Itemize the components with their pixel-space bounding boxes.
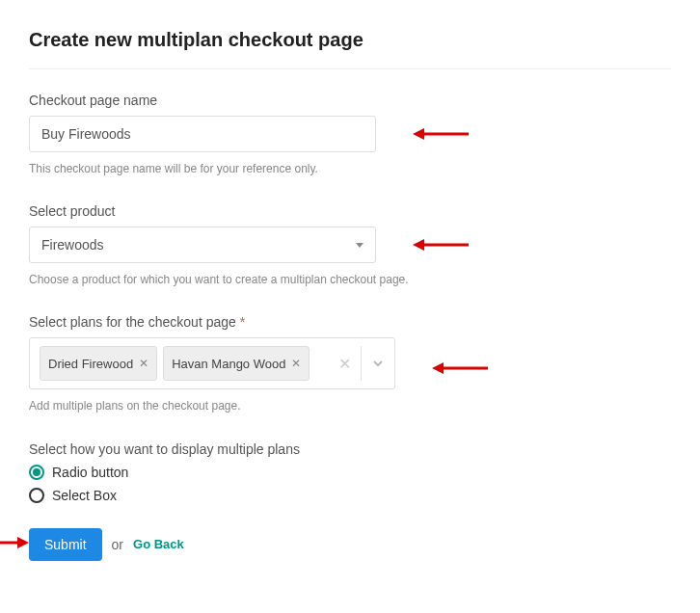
checkout-name-group: Checkout page name This checkout page na…: [29, 93, 671, 178]
radio-option-radio-button[interactable]: Radio button: [29, 465, 671, 480]
go-back-link[interactable]: Go Back: [133, 537, 184, 551]
clear-all-icon[interactable]: ✕: [338, 355, 351, 373]
actions-row: Submit or Go Back: [29, 528, 671, 561]
or-text: or: [112, 537, 123, 552]
display-label: Select how you want to display multiple …: [29, 441, 671, 457]
page-title: Create new multiplan checkout page: [29, 29, 671, 69]
product-select[interactable]: Firewoods: [29, 227, 376, 263]
remove-tag-icon[interactable]: ✕: [291, 357, 301, 370]
plan-tag-label: Havan Mango Wood: [172, 357, 285, 371]
svg-marker-5: [432, 362, 444, 374]
plans-tags: Dried Firewood ✕ Havan Mango Wood ✕: [40, 346, 321, 381]
multiselect-controls: ✕: [329, 346, 385, 381]
caret-down-icon: [356, 243, 363, 248]
radio-icon: [29, 465, 44, 480]
display-radio-group: Radio button Select Box: [29, 465, 671, 503]
annotation-arrow-icon: [413, 126, 471, 142]
svg-marker-3: [413, 239, 424, 251]
radio-label: Radio button: [52, 465, 128, 480]
plans-multiselect[interactable]: Dried Firewood ✕ Havan Mango Wood ✕ ✕: [29, 337, 395, 389]
checkout-name-label: Checkout page name: [29, 93, 671, 108]
product-help: Choose a product for which you want to c…: [29, 271, 415, 289]
plan-tag: Dried Firewood ✕: [40, 346, 157, 381]
remove-tag-icon[interactable]: ✕: [139, 357, 148, 370]
required-asterisk: *: [240, 314, 245, 330]
radio-label: Select Box: [52, 488, 117, 503]
divider: [361, 346, 362, 381]
checkout-name-input[interactable]: [29, 116, 376, 152]
annotation-arrow-icon: [413, 237, 471, 253]
plan-tag: Havan Mango Wood ✕: [163, 346, 310, 381]
svg-marker-7: [17, 537, 29, 548]
product-label: Select product: [29, 203, 671, 219]
submit-button[interactable]: Submit: [29, 528, 102, 561]
radio-option-select-box[interactable]: Select Box: [29, 488, 671, 503]
annotation-arrow-icon: [0, 535, 29, 554]
product-group: Select product Firewoods Choose a produc…: [29, 203, 671, 289]
plans-group: Select plans for the checkout page * Dri…: [29, 314, 671, 415]
display-group: Select how you want to display multiple …: [29, 441, 671, 503]
plans-help: Add multiple plans on the checkout page.: [29, 397, 415, 415]
svg-marker-1: [413, 128, 424, 140]
annotation-arrow-icon: [432, 360, 490, 376]
radio-icon: [29, 488, 44, 503]
plan-tag-label: Dried Firewood: [48, 357, 133, 371]
checkout-name-help: This checkout page name will be for your…: [29, 160, 415, 178]
chevron-down-icon[interactable]: [371, 357, 385, 370]
plans-label: Select plans for the checkout page *: [29, 314, 671, 330]
product-selected-value: Firewoods: [41, 237, 104, 253]
